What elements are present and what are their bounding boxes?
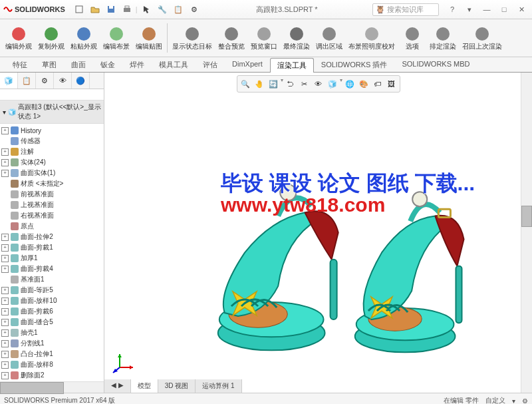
expand-icon[interactable]: + [1, 287, 9, 294]
model-canvas[interactable] [104, 73, 532, 393]
maximize-button[interactable]: □ [496, 3, 512, 16]
viewport-scrollbar-v[interactable] [521, 73, 532, 393]
tab-DimXpert[interactable]: DimXpert [225, 57, 270, 72]
view-section-icon[interactable]: ✂ [298, 77, 311, 91]
view-zoom-icon[interactable]: 🔍 [239, 77, 252, 91]
status-custom[interactable]: 自定义 [485, 396, 505, 404]
view-pan-icon[interactable]: 🤚 [253, 77, 266, 91]
qat-print-icon[interactable] [120, 2, 134, 17]
side-tab-display-icon[interactable]: 👁 [54, 73, 72, 89]
expand-icon[interactable]: + [1, 319, 9, 326]
viewport[interactable]: 🔍🤚🔄▾⮌✂👁🧊▾🌐🎨🏷🖼 [104, 73, 532, 393]
feature-tree[interactable]: +History传感器+注解+实体(24)+曲面实体(1)材质 <未指定>前视基… [0, 124, 104, 381]
expand-icon[interactable]: + [1, 308, 9, 315]
tree-item[interactable]: +加厚1 [0, 253, 104, 264]
view-env-icon[interactable]: 🖼 [385, 77, 398, 91]
tree-item[interactable]: 上视基准面 [0, 200, 104, 210]
tab-评估[interactable]: 评估 [196, 57, 225, 72]
view-scene-icon[interactable]: 🌐 [343, 77, 356, 91]
tree-item[interactable]: +曲面-剪裁6 [0, 306, 104, 317]
qat-settings-icon[interactable]: ⚙ [187, 2, 201, 17]
tree-item[interactable]: 原点 [0, 221, 104, 232]
expand-icon[interactable]: + [1, 255, 9, 262]
tree-item[interactable]: +曲面-放样8 [0, 359, 104, 370]
side-tab-feature-icon[interactable]: 🧊 [0, 73, 18, 89]
ribbon-btn-13[interactable]: 召回上次渲染 [460, 21, 505, 55]
expand-icon[interactable]: + [1, 170, 9, 177]
qat-new-icon[interactable] [72, 2, 86, 17]
tree-item[interactable]: +注解 [0, 146, 104, 157]
tab-焊件[interactable]: 焊件 [122, 57, 152, 72]
ribbon-btn-8[interactable]: 最终渲染 [281, 21, 313, 55]
close-button[interactable]: ✕ [513, 3, 529, 16]
ribbon-btn-10[interactable]: 布景照明度校对 [346, 21, 398, 55]
side-tab-config-icon[interactable]: ⚙ [36, 73, 54, 89]
ribbon-btn-9[interactable]: 调出区域 [313, 21, 345, 55]
ribbon-btn-3[interactable]: 编辑布景 [100, 21, 132, 55]
expand-icon[interactable]: + [1, 159, 9, 166]
expand-icon[interactable]: + [1, 234, 9, 241]
tab-nav-arrows[interactable]: ◀ ▶ [104, 379, 131, 393]
ribbon-btn-4[interactable]: 编辑贴图 [133, 21, 165, 55]
tab-SOLIDWORKS 插件[interactable]: SOLIDWORKS 插件 [314, 57, 395, 72]
ribbon-btn-5[interactable]: 显示状态目标 [170, 21, 215, 55]
view-appear-icon[interactable]: 🎨 [357, 77, 370, 91]
qat-cursor-icon[interactable] [139, 2, 154, 17]
tree-item[interactable]: 基准面1 [0, 274, 104, 285]
view-decal-icon[interactable]: 🏷 [371, 77, 384, 91]
qat-save-icon[interactable] [104, 2, 118, 17]
ribbon-btn-0[interactable]: 编辑外观 [3, 21, 35, 55]
bottom-tab-2[interactable]: 运动算例 1 [196, 379, 241, 393]
chevron-down-icon[interactable]: ▾ [462, 3, 477, 16]
tree-item[interactable]: +删除面2 [0, 370, 104, 381]
view-view-icon[interactable]: 👁 [312, 77, 325, 91]
status-gear-icon[interactable]: ⚙ [522, 397, 528, 405]
tab-渲染工具[interactable]: 渲染工具 [270, 58, 314, 73]
ribbon-btn-7[interactable]: 预览窗口 [248, 21, 280, 55]
tree-item[interactable]: +曲面实体(1) [0, 168, 104, 178]
ribbon-btn-6[interactable]: 整合预览 [215, 21, 247, 55]
view-prev-icon[interactable]: ⮌ [284, 77, 297, 91]
qat-rebuild-icon[interactable]: 🔧 [155, 2, 170, 17]
tree-item[interactable]: +History [0, 125, 104, 136]
expand-icon[interactable]: + [1, 329, 9, 337]
minimize-button[interactable]: — [479, 3, 495, 16]
tree-item[interactable]: +曲面-剪裁4 [0, 264, 104, 274]
tree-item[interactable]: +曲面-放样10 [0, 296, 104, 306]
side-tab-property-icon[interactable]: 📋 [18, 73, 36, 89]
ribbon-btn-11[interactable]: 选项 [398, 21, 426, 55]
tab-曲面[interactable]: 曲面 [64, 57, 93, 72]
expand-icon[interactable]: + [1, 244, 9, 252]
help-button[interactable]: ? [444, 3, 460, 16]
tab-模具工具[interactable]: 模具工具 [152, 57, 196, 72]
qat-open-icon[interactable] [88, 2, 102, 17]
tree-item[interactable]: +凸台-拉伸1 [0, 349, 104, 359]
expand-icon[interactable]: + [1, 266, 9, 273]
tree-item[interactable]: 传感器 [0, 136, 104, 146]
ribbon-btn-1[interactable]: 复制外观 [35, 21, 67, 55]
tree-item[interactable]: +曲面-拉伸2 [0, 232, 104, 242]
expand-icon[interactable]: + [1, 340, 9, 347]
tree-root[interactable]: ▾ 🧊 高跟鞋3 (默认<<默认>_显示状态 1> [0, 101, 104, 124]
tab-特征[interactable]: 特征 [5, 57, 35, 72]
side-tab-appear-icon[interactable]: 🔵 [72, 73, 90, 89]
expand-icon[interactable]: + [1, 361, 9, 369]
view-display-icon[interactable]: 🧊 [326, 77, 339, 91]
tree-item[interactable]: +实体(24) [0, 157, 104, 168]
tree-scrollbar-h[interactable] [0, 381, 104, 393]
expand-icon[interactable]: + [1, 351, 9, 358]
tab-SOLIDWORKS MBD[interactable]: SOLIDWORKS MBD [394, 57, 477, 72]
tree-item[interactable]: +分割线1 [0, 338, 104, 349]
bottom-tab-0[interactable]: 模型 [131, 379, 158, 393]
tree-item[interactable]: +曲面-等距5 [0, 285, 104, 296]
tree-item[interactable]: +抽壳1 [0, 327, 104, 338]
search-input[interactable]: 🦉 搜索知识库 [372, 3, 439, 16]
expand-icon[interactable]: + [1, 127, 9, 134]
orientation-triad-icon[interactable] [110, 347, 136, 374]
tree-item[interactable]: 右视基准面 [0, 210, 104, 221]
tree-item[interactable]: +曲面-缝合5 [0, 317, 104, 327]
expand-icon[interactable]: + [1, 298, 9, 305]
bottom-tab-1[interactable]: 3D 视图 [158, 379, 196, 393]
ribbon-btn-12[interactable]: 排定渲染 [427, 21, 459, 55]
status-chevron-icon[interactable]: ▾ [512, 397, 515, 405]
